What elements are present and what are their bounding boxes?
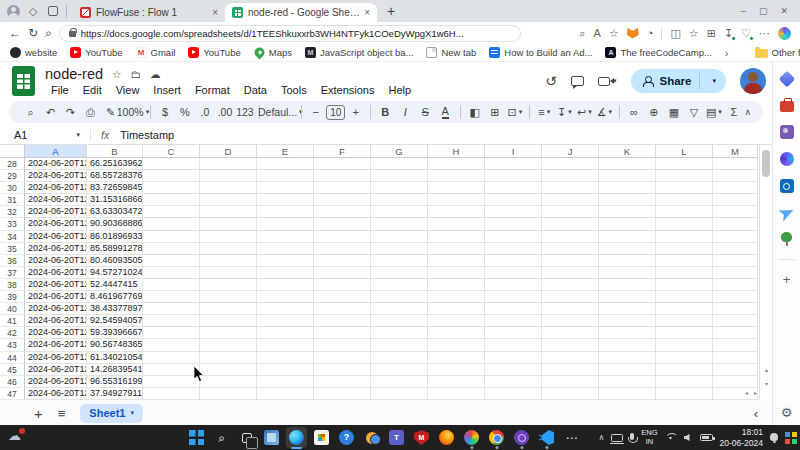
cell-K32[interactable] bbox=[599, 206, 656, 218]
cell-G47[interactable] bbox=[371, 388, 428, 400]
cell-C47[interactable] bbox=[143, 388, 200, 400]
cell-G46[interactable] bbox=[371, 376, 428, 388]
cell-L33[interactable] bbox=[656, 218, 713, 230]
cell-A35[interactable]: 2024-06-20T12:2 bbox=[25, 243, 87, 255]
cell-C28[interactable] bbox=[143, 158, 200, 170]
cell-G36[interactable] bbox=[371, 255, 428, 267]
speaker-icon[interactable] bbox=[684, 434, 690, 441]
cell-M41[interactable] bbox=[713, 315, 758, 327]
cell-I30[interactable] bbox=[485, 182, 542, 194]
cell-A31[interactable]: 2024-06-20T12:2 bbox=[25, 194, 87, 206]
cell-J33[interactable] bbox=[542, 218, 599, 230]
cell-I45[interactable] bbox=[485, 364, 542, 376]
cell-F31[interactable] bbox=[314, 194, 371, 206]
taskbar-appcircle-button[interactable] bbox=[511, 427, 532, 448]
cell-M28[interactable] bbox=[713, 158, 758, 170]
column-header-H[interactable]: H bbox=[428, 145, 485, 158]
row-header-43[interactable]: 43 bbox=[0, 339, 25, 351]
cell-B29[interactable]: 68.55728376 bbox=[87, 170, 143, 182]
cell-J44[interactable] bbox=[542, 352, 599, 364]
cell-B39[interactable]: 8.461967769 bbox=[87, 291, 143, 303]
formula-input[interactable]: Timestamp bbox=[120, 129, 174, 141]
favorite-star-icon[interactable]: ☆ bbox=[609, 28, 619, 39]
cell-I41[interactable] bbox=[485, 315, 542, 327]
cell-J40[interactable] bbox=[542, 303, 599, 315]
cell-J47[interactable] bbox=[542, 388, 599, 400]
decrease-font-size-button[interactable]: − bbox=[306, 103, 325, 121]
zoom-page-icon[interactable]: ⌕ bbox=[579, 28, 585, 39]
favorite-item[interactable]: YouTube bbox=[70, 47, 122, 58]
cell-J37[interactable] bbox=[542, 267, 599, 279]
column-header-E[interactable]: E bbox=[257, 145, 314, 158]
cell-G43[interactable] bbox=[371, 339, 428, 351]
insert-chart-button[interactable]: ▦ bbox=[664, 103, 683, 121]
column-header-B[interactable]: B bbox=[87, 145, 143, 158]
cell-L38[interactable] bbox=[656, 279, 713, 291]
cell-K43[interactable] bbox=[599, 339, 656, 351]
cell-D37[interactable] bbox=[200, 267, 257, 279]
taskbar-teams-button[interactable] bbox=[386, 427, 407, 448]
favorite-item[interactable]: Maps bbox=[254, 47, 292, 58]
cell-K31[interactable] bbox=[599, 194, 656, 206]
name-box[interactable]: A1 ▾ bbox=[0, 129, 90, 141]
cell-L45[interactable] bbox=[656, 364, 713, 376]
cell-H46[interactable] bbox=[428, 376, 485, 388]
gem-sidebar-icon[interactable] bbox=[778, 71, 795, 88]
cell-F35[interactable] bbox=[314, 243, 371, 255]
cell-I43[interactable] bbox=[485, 339, 542, 351]
cell-F39[interactable] bbox=[314, 291, 371, 303]
cell-H36[interactable] bbox=[428, 255, 485, 267]
essentials-icon[interactable]: ♡ bbox=[741, 28, 751, 39]
cell-I39[interactable] bbox=[485, 291, 542, 303]
device-icon[interactable] bbox=[611, 434, 623, 442]
cell-C38[interactable] bbox=[143, 279, 200, 291]
cell-F28[interactable] bbox=[314, 158, 371, 170]
cell-I46[interactable] bbox=[485, 376, 542, 388]
tab-close-icon[interactable]: × bbox=[364, 7, 370, 18]
cell-I37[interactable] bbox=[485, 267, 542, 279]
cell-K42[interactable] bbox=[599, 327, 656, 339]
cell-G30[interactable] bbox=[371, 182, 428, 194]
cell-J38[interactable] bbox=[542, 279, 599, 291]
vertical-align-button[interactable]: ↧▾ bbox=[555, 103, 574, 121]
taskbar-meet-button[interactable] bbox=[361, 427, 382, 448]
bold-button[interactable]: B bbox=[376, 103, 395, 121]
cell-L42[interactable] bbox=[656, 327, 713, 339]
copilot-icon[interactable] bbox=[778, 27, 791, 40]
battery-icon[interactable] bbox=[700, 434, 713, 441]
cell-C43[interactable] bbox=[143, 339, 200, 351]
cell-H43[interactable] bbox=[428, 339, 485, 351]
comments-icon[interactable] bbox=[571, 76, 584, 86]
cell-A41[interactable]: 2024-06-20T12:2 bbox=[25, 315, 87, 327]
cell-C45[interactable] bbox=[143, 364, 200, 376]
cell-G40[interactable] bbox=[371, 303, 428, 315]
cell-H42[interactable] bbox=[428, 327, 485, 339]
share-button[interactable]: Share ▾ bbox=[631, 69, 726, 93]
toolbox-sidebar-icon[interactable] bbox=[780, 101, 794, 112]
row-header-47[interactable]: 47 bbox=[0, 388, 25, 400]
cell-K30[interactable] bbox=[599, 182, 656, 194]
cell-H30[interactable] bbox=[428, 182, 485, 194]
chevron-down-icon[interactable]: ▾ bbox=[130, 409, 134, 417]
share-dropdown-icon[interactable]: ▾ bbox=[706, 77, 722, 85]
cell-K29[interactable] bbox=[599, 170, 656, 182]
sheet-tab[interactable]: Sheet1 ▾ bbox=[80, 404, 143, 423]
cell-B30[interactable]: 83.72659845 bbox=[87, 182, 143, 194]
cell-D32[interactable] bbox=[200, 206, 257, 218]
cell-D44[interactable] bbox=[200, 352, 257, 364]
metamask-icon[interactable] bbox=[627, 28, 639, 39]
cell-D35[interactable] bbox=[200, 243, 257, 255]
version-history-icon[interactable]: ↺ bbox=[545, 73, 557, 89]
cell-E32[interactable] bbox=[257, 206, 314, 218]
cell-G34[interactable] bbox=[371, 231, 428, 243]
cell-E30[interactable] bbox=[257, 182, 314, 194]
cell-B43[interactable]: 90.56748365 bbox=[87, 339, 143, 351]
cell-I29[interactable] bbox=[485, 170, 542, 182]
cell-H47[interactable] bbox=[428, 388, 485, 400]
outlook-sidebar-icon[interactable] bbox=[780, 179, 794, 193]
cell-K28[interactable] bbox=[599, 158, 656, 170]
cell-E46[interactable] bbox=[257, 376, 314, 388]
cell-E42[interactable] bbox=[257, 327, 314, 339]
cell-L43[interactable] bbox=[656, 339, 713, 351]
strikethrough-button[interactable]: S bbox=[416, 103, 435, 121]
